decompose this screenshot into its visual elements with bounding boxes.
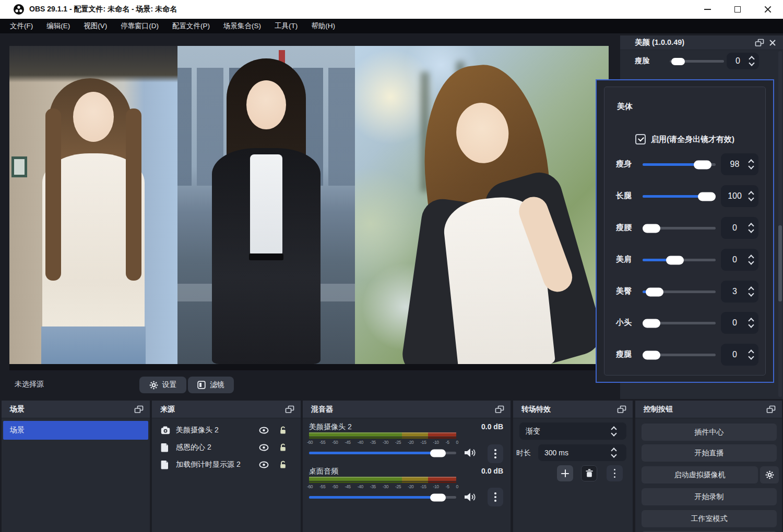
- chevron-up-icon[interactable]: [749, 191, 754, 195]
- chevron-down-icon[interactable]: [749, 197, 754, 201]
- menu-profile[interactable]: 配置文件(P): [165, 19, 217, 33]
- slider-spinbox[interactable]: 98: [721, 153, 758, 175]
- popout-squares-icon[interactable]: [495, 405, 504, 414]
- slider-handle[interactable]: [666, 256, 684, 264]
- slider-handle[interactable]: [643, 319, 660, 328]
- chevron-down-icon[interactable]: [749, 62, 754, 66]
- scenes-dock-header[interactable]: 场景: [2, 401, 150, 418]
- start-streaming-button[interactable]: 开始直播: [642, 444, 777, 462]
- source-properties-button[interactable]: 设置: [139, 377, 186, 393]
- menu-help[interactable]: 帮助(H): [304, 19, 342, 33]
- popout-squares-icon[interactable]: [755, 39, 764, 47]
- lock-unlocked-icon[interactable]: [279, 443, 287, 452]
- slider-spinbox[interactable]: 0: [721, 217, 758, 239]
- volume-slider-handle[interactable]: [430, 493, 446, 501]
- scene-list-item-selected[interactable]: 场景: [3, 421, 148, 440]
- chevron-down-icon[interactable]: [749, 324, 754, 328]
- slider-spinbox[interactable]: 3: [721, 281, 758, 303]
- start-virtual-camera-button[interactable]: 启动虚拟摄像机: [642, 466, 758, 483]
- mixer-dock-header[interactable]: 混音器: [303, 401, 511, 418]
- scrollbar-thumb[interactable]: [778, 225, 782, 301]
- eye-visible-icon[interactable]: [259, 461, 269, 468]
- eye-visible-icon[interactable]: [259, 427, 269, 434]
- slider-meijian[interactable]: [643, 256, 716, 264]
- filters-button[interactable]: 滤镜: [188, 377, 234, 393]
- chevron-down-icon[interactable]: [749, 293, 754, 296]
- chevron-up-icon[interactable]: [749, 255, 754, 259]
- chevron-down-icon[interactable]: [749, 229, 754, 233]
- speaker-icon[interactable]: [464, 492, 476, 502]
- add-transition-button[interactable]: [557, 465, 573, 481]
- source-row-media-2[interactable]: 加载倒计时显示源 2: [152, 456, 301, 473]
- sources-dock-header[interactable]: 来源: [152, 401, 301, 418]
- slider-handle[interactable]: [694, 160, 711, 169]
- slider-shoushen[interactable]: [643, 160, 716, 169]
- chevron-down-icon[interactable]: [749, 356, 754, 359]
- popout-squares-icon[interactable]: [617, 405, 626, 414]
- volume-slider[interactable]: [309, 493, 456, 502]
- source-row-media-1[interactable]: 感恩的心 2: [152, 439, 301, 456]
- chevron-up-icon[interactable]: [749, 350, 754, 354]
- virtual-camera-settings-button[interactable]: [760, 466, 779, 483]
- remove-transition-button[interactable]: [581, 465, 597, 481]
- preview-canvas[interactable]: [9, 46, 609, 370]
- duration-input[interactable]: 300 ms: [538, 444, 626, 461]
- slider-spinbox[interactable]: 0: [721, 344, 758, 366]
- slider-shouyao[interactable]: [643, 224, 716, 233]
- transition-kebab-menu-button[interactable]: [607, 465, 623, 481]
- face-slider[interactable]: [670, 57, 724, 66]
- popout-squares-icon[interactable]: [285, 405, 294, 414]
- menu-view[interactable]: 视图(V): [77, 19, 114, 33]
- popout-squares-icon[interactable]: [134, 405, 144, 414]
- speaker-icon[interactable]: [464, 448, 476, 458]
- minimize-button[interactable]: [692, 0, 722, 19]
- menu-scene-collection[interactable]: 场景集合(S): [217, 19, 268, 33]
- popout-squares-icon[interactable]: [766, 405, 776, 414]
- slider-xiaotou[interactable]: [643, 319, 716, 328]
- menu-file[interactable]: 文件(F): [3, 19, 40, 33]
- slider-handle[interactable]: [643, 350, 660, 359]
- menu-edit[interactable]: 编辑(E): [40, 19, 77, 33]
- chevron-up-icon[interactable]: [611, 448, 616, 452]
- face-slider-spinbox[interactable]: 0: [727, 53, 759, 69]
- slider-spinbox[interactable]: 0: [721, 312, 758, 334]
- lock-unlocked-icon[interactable]: [279, 461, 287, 469]
- slider-meitun[interactable]: [643, 287, 716, 296]
- menu-docks[interactable]: 停靠窗口(D): [114, 19, 165, 33]
- chevron-up-icon[interactable]: [749, 56, 754, 60]
- beauty-panel-header[interactable]: 美颜 (1.0.0.49): [620, 35, 783, 50]
- eye-visible-icon[interactable]: [259, 444, 269, 451]
- slider-spinbox[interactable]: 0: [721, 249, 758, 271]
- menu-tools[interactable]: 工具(T): [268, 19, 304, 33]
- chevron-up-icon[interactable]: [749, 318, 754, 322]
- chevron-down-icon[interactable]: [749, 165, 754, 169]
- slider-spinbox[interactable]: 100: [721, 185, 758, 207]
- start-recording-button[interactable]: 开始录制: [642, 488, 777, 505]
- enable-checkbox-checked[interactable]: [635, 134, 646, 144]
- plugin-center-button[interactable]: 插件中心: [642, 424, 777, 441]
- transitions-dock-header[interactable]: 转场特效: [513, 401, 633, 418]
- chevron-down-icon[interactable]: [749, 261, 754, 264]
- transition-select[interactable]: 渐变: [519, 422, 626, 440]
- chevron-up-icon[interactable]: [749, 160, 754, 163]
- studio-mode-button[interactable]: 工作室模式: [642, 510, 777, 527]
- maximize-button[interactable]: [722, 0, 753, 19]
- lock-unlocked-icon[interactable]: [279, 426, 287, 434]
- chevron-up-icon[interactable]: [749, 223, 754, 227]
- source-row-camera[interactable]: 美颜摄像头 2: [152, 421, 301, 439]
- slider-handle[interactable]: [646, 287, 663, 296]
- slider-handle[interactable]: [698, 192, 716, 201]
- kebab-menu-button[interactable]: [488, 444, 503, 463]
- kebab-menu-button[interactable]: [488, 488, 503, 506]
- slider-changtui[interactable]: [643, 192, 716, 201]
- slider-handle[interactable]: [643, 224, 660, 233]
- close-icon[interactable]: [769, 40, 776, 46]
- slider-shoutui[interactable]: [643, 350, 716, 359]
- chevron-up-icon[interactable]: [749, 287, 754, 291]
- close-button[interactable]: [753, 0, 783, 19]
- slider-handle[interactable]: [671, 58, 685, 65]
- volume-slider-handle[interactable]: [430, 449, 446, 457]
- volume-slider[interactable]: [309, 449, 456, 457]
- controls-dock-header[interactable]: 控制按钮: [635, 401, 782, 418]
- chevron-down-icon[interactable]: [611, 454, 616, 457]
